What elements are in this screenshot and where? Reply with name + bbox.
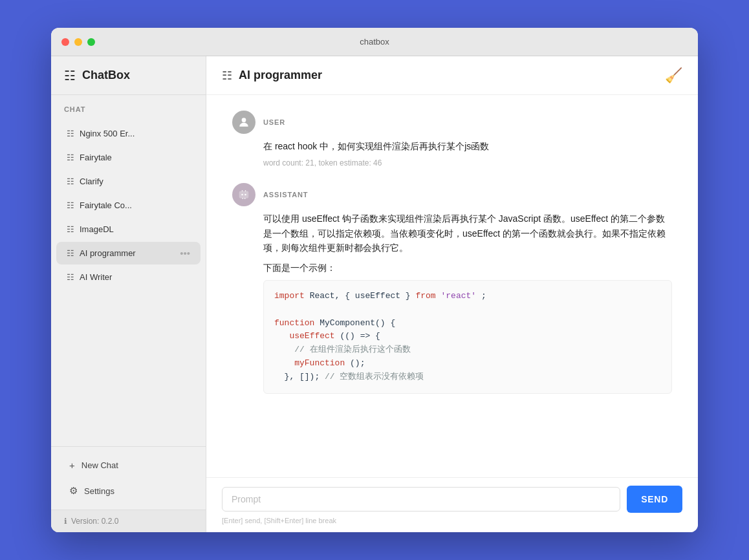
version-bar: ℹ Version: 0.2.0	[51, 510, 206, 532]
new-chat-label: New Chat	[81, 460, 118, 470]
window-title: chatbox	[360, 37, 389, 47]
chat-item-icon: ☷	[67, 153, 74, 162]
sidebar-item-clarify[interactable]: ☷ Clarify •••	[56, 170, 201, 193]
sidebar: ☷ ChatBox CHAT ☷ Nginx 500 Er... ••• ☷ F…	[51, 56, 206, 532]
user-role-label: USER	[263, 118, 285, 126]
code-line-1: import React, { useEffect } from 'react'…	[274, 290, 661, 303]
chat-icon: ☷	[222, 69, 232, 83]
svg-point-0	[242, 118, 246, 122]
new-chat-button[interactable]: + New Chat	[56, 453, 201, 477]
main-header-left: ☷ AI programmer	[222, 69, 322, 83]
chat-item-icon: ☷	[67, 129, 74, 138]
assistant-message-header: ASSISTANT	[232, 183, 672, 206]
plus-icon: +	[69, 460, 75, 471]
titlebar: chatbox	[51, 28, 698, 56]
gear-icon: ⚙	[69, 485, 78, 497]
input-area: SEND [Enter] send, [Shift+Enter] line br…	[206, 477, 698, 532]
user-message-block: USER 在 react hook 中，如何实现组件渲染后再执行某个js函数 w…	[232, 111, 672, 167]
assistant-sub: 下面是一个示例：	[263, 261, 672, 275]
assistant-message-content: 可以使用 useEffect 钩子函数来实现组件渲染后再执行某个 JavaScr…	[263, 211, 672, 398]
chat-item-icon: ☷	[67, 272, 74, 282]
chat-list: ☷ Nginx 500 Er... ••• ☷ Fairytale ••• ☷ …	[51, 118, 206, 446]
traffic-light-minimize[interactable]	[74, 38, 82, 46]
sidebar-item-fairytale-co[interactable]: ☷ Fairytale Co... •••	[56, 194, 201, 217]
sidebar-bottom: + New Chat ⚙ Settings	[51, 446, 206, 510]
sidebar-header: ☷ ChatBox	[51, 56, 206, 95]
chat-item-label: ImageDL	[80, 224, 175, 234]
chat-item-icon: ☷	[67, 248, 74, 258]
sidebar-item-fairytale[interactable]: ☷ Fairytale •••	[56, 146, 201, 169]
sidebar-item-ai-writer[interactable]: ☷ AI Writer •••	[56, 266, 201, 288]
svg-rect-1	[239, 191, 248, 198]
chat-item-label: Clarify	[80, 177, 175, 186]
input-hint: [Enter] send, [Shift+Enter] line break	[222, 517, 682, 524]
chat-item-label: Fairytale Co...	[80, 200, 175, 210]
chat-section-label: CHAT	[51, 95, 206, 118]
assistant-intro: 可以使用 useEffect 钩子函数来实现组件渲染后再执行某个 JavaScr…	[263, 211, 672, 255]
info-icon: ℹ	[64, 517, 67, 526]
settings-label: Settings	[84, 486, 114, 496]
app-body: ☷ ChatBox CHAT ☷ Nginx 500 Er... ••• ☷ F…	[51, 56, 698, 532]
chat-item-label: AI Writer	[80, 272, 175, 282]
assistant-role-label: ASSISTANT	[263, 191, 308, 199]
chatbox-logo-icon: ☷	[64, 68, 76, 83]
clear-chat-button[interactable]: 🧹	[665, 67, 682, 84]
user-message-content: 在 react hook 中，如何实现组件渲染后再执行某个js函数	[263, 139, 672, 153]
sidebar-item-nginx[interactable]: ☷ Nginx 500 Er... •••	[56, 122, 201, 145]
chat-item-icon: ☷	[67, 224, 74, 234]
sidebar-item-imagedl[interactable]: ☷ ImageDL •••	[56, 218, 201, 241]
chat-area: USER 在 react hook 中，如何实现组件渲染后再执行某个js函数 w…	[206, 95, 698, 477]
chat-item-icon: ☷	[67, 200, 74, 210]
svg-point-2	[241, 194, 243, 196]
chat-item-menu-button[interactable]: •••	[180, 248, 190, 259]
user-message-header: USER	[232, 111, 672, 134]
traffic-light-close[interactable]	[61, 38, 69, 46]
main-content: ☷ AI programmer 🧹 USER 在 react hook 中，如何…	[206, 56, 698, 532]
prompt-input[interactable]	[222, 487, 620, 512]
version-text: Version: 0.2.0	[71, 517, 118, 526]
send-button[interactable]: SEND	[627, 486, 682, 513]
chat-item-label: Fairytale	[80, 153, 175, 162]
main-header: ☷ AI programmer 🧹	[206, 56, 698, 95]
chat-item-label: Nginx 500 Er...	[80, 129, 175, 138]
input-row: SEND	[222, 486, 682, 513]
code-block: import React, { useEffect } from 'react'…	[263, 280, 672, 394]
app-window: chatbox ☷ ChatBox CHAT ☷ Nginx 500 Er...…	[51, 28, 698, 532]
app-title: ChatBox	[82, 69, 130, 82]
user-message-meta: word count: 21, token estimate: 46	[263, 158, 672, 167]
chat-item-label: AI programmer	[80, 248, 175, 258]
user-avatar	[232, 111, 255, 134]
assistant-message-block: ASSISTANT 可以使用 useEffect 钩子函数来实现组件渲染后再执行…	[232, 183, 672, 398]
svg-point-3	[244, 194, 246, 196]
sidebar-item-ai-programmer[interactable]: ☷ AI programmer •••	[56, 242, 201, 264]
chat-item-icon: ☷	[67, 177, 74, 186]
settings-button[interactable]: ⚙ Settings	[56, 479, 201, 503]
assistant-avatar	[232, 183, 255, 206]
chat-title: AI programmer	[239, 69, 322, 82]
traffic-light-maximize[interactable]	[87, 38, 95, 46]
